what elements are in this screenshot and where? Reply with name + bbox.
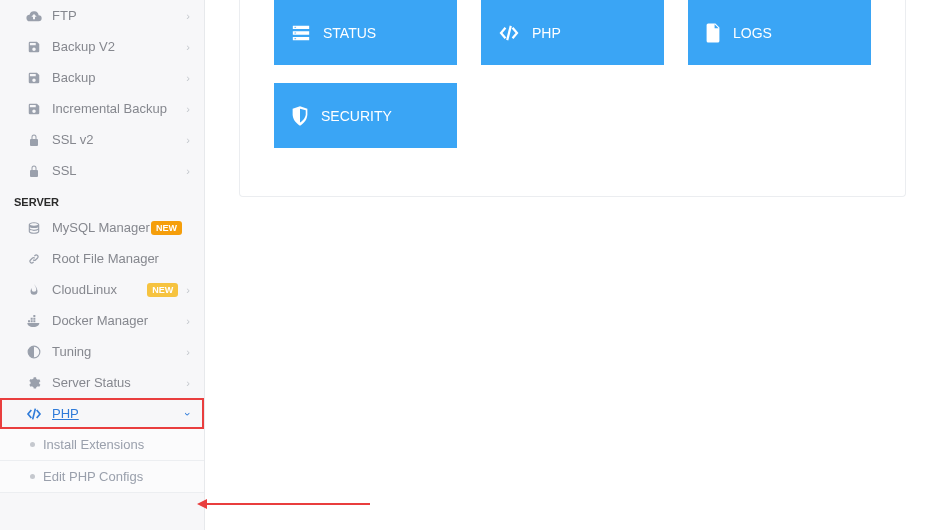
sidebar-item-label: Incremental Backup (52, 101, 186, 116)
cloud-up-icon (24, 10, 44, 22)
list-icon (291, 24, 311, 42)
file-icon (705, 23, 721, 43)
sidebar-item-label: Root File Manager (52, 251, 190, 266)
sidebar-item-label: MySQL Manager (52, 220, 151, 235)
tile-label: STATUS (323, 25, 376, 41)
lock-icon (24, 133, 44, 147)
flame-icon (24, 283, 44, 297)
sidebar-item-backup[interactable]: Backup › (0, 62, 204, 93)
tile-label: LOGS (733, 25, 772, 41)
chevron-right-icon: › (186, 165, 190, 177)
gear-icon (24, 376, 44, 390)
save-icon (24, 40, 44, 54)
link-icon (24, 252, 44, 266)
chevron-right-icon: › (186, 10, 190, 22)
shield-icon (291, 106, 309, 126)
main-content: STATUS PHP LOGS (205, 0, 940, 530)
database-icon (24, 221, 44, 235)
sidebar-item-label: FTP (52, 8, 186, 23)
sidebar-subitem-install-extensions[interactable]: Install Extensions (0, 429, 204, 461)
save-icon (24, 71, 44, 85)
sidebar-item-mysql-manager[interactable]: MySQL Manager NEW (0, 212, 204, 243)
chevron-right-icon: › (186, 377, 190, 389)
sidebar-item-server-status[interactable]: Server Status › (0, 367, 204, 398)
new-badge: NEW (147, 283, 178, 297)
svg-rect-3 (294, 38, 296, 39)
tile-label: SECURITY (321, 108, 392, 124)
chevron-right-icon: › (186, 315, 190, 327)
sidebar-item-docker-manager[interactable]: Docker Manager › (0, 305, 204, 336)
sidebar-item-root-file-manager[interactable]: Root File Manager (0, 243, 204, 274)
content-panel: STATUS PHP LOGS (239, 0, 906, 197)
sidebar-item-incremental-backup[interactable]: Incremental Backup › (0, 93, 204, 124)
sidebar-item-ftp[interactable]: FTP › (0, 0, 204, 31)
chevron-right-icon: › (186, 103, 190, 115)
sidebar-item-label: CloudLinux (52, 282, 147, 297)
chevron-down-icon: › (182, 412, 194, 416)
tile-label: PHP (532, 25, 561, 41)
sidebar: FTP › Backup V2 › Backup › Incremental B… (0, 0, 205, 530)
sidebar-item-label: PHP (52, 406, 186, 421)
chevron-right-icon: › (186, 72, 190, 84)
svg-rect-1 (294, 26, 296, 27)
bullet-icon (30, 474, 35, 479)
chevron-right-icon: › (186, 284, 190, 296)
sidebar-subitem-label: Install Extensions (43, 437, 144, 452)
sidebar-item-label: Server Status (52, 375, 186, 390)
save-icon (24, 102, 44, 116)
sidebar-item-php[interactable]: PHP › (0, 398, 204, 429)
annotation-arrow (200, 503, 370, 505)
chevron-right-icon: › (186, 346, 190, 358)
code-icon (24, 408, 44, 420)
sidebar-group-title: SERVER (0, 186, 204, 212)
new-badge: NEW (151, 221, 182, 235)
sidebar-item-ssl[interactable]: SSL › (0, 155, 204, 186)
tile-php[interactable]: PHP (481, 0, 664, 65)
svg-rect-2 (294, 32, 296, 33)
sidebar-item-tuning[interactable]: Tuning › (0, 336, 204, 367)
sidebar-item-ssl-v2[interactable]: SSL v2 › (0, 124, 204, 155)
docker-icon (24, 315, 44, 327)
lock-icon (24, 164, 44, 178)
sidebar-item-label: Tuning (52, 344, 186, 359)
sidebar-subitem-label: Edit PHP Configs (43, 469, 143, 484)
bullet-icon (30, 442, 35, 447)
sidebar-item-label: SSL v2 (52, 132, 186, 147)
sidebar-item-label: Docker Manager (52, 313, 186, 328)
code-icon (498, 25, 520, 41)
contrast-icon (24, 345, 44, 359)
sidebar-item-cloudlinux[interactable]: CloudLinux NEW › (0, 274, 204, 305)
chevron-right-icon: › (186, 41, 190, 53)
sidebar-item-label: SSL (52, 163, 186, 178)
sidebar-subitem-edit-php-configs[interactable]: Edit PHP Configs (0, 461, 204, 493)
tile-logs[interactable]: LOGS (688, 0, 871, 65)
tile-status[interactable]: STATUS (274, 0, 457, 65)
chevron-right-icon: › (186, 134, 190, 146)
tile-security[interactable]: SECURITY (274, 83, 457, 148)
sidebar-item-label: Backup (52, 70, 186, 85)
sidebar-item-backup-v2[interactable]: Backup V2 › (0, 31, 204, 62)
sidebar-item-label: Backup V2 (52, 39, 186, 54)
